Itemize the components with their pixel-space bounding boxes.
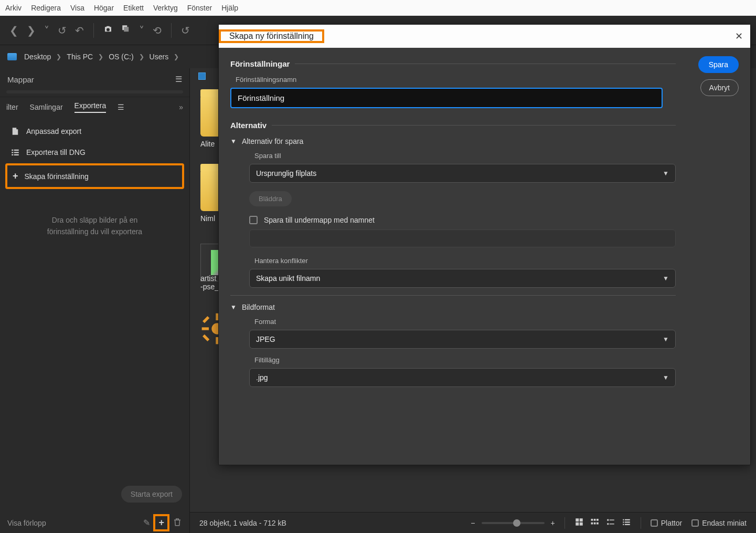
history-icon[interactable]: ↺ bbox=[56, 22, 69, 39]
preset-name-input[interactable] bbox=[230, 88, 663, 108]
svg-rect-20 bbox=[579, 522, 582, 525]
save-button[interactable]: Spara bbox=[698, 56, 739, 73]
svg-rect-6 bbox=[12, 154, 13, 155]
close-icon[interactable]: ✕ bbox=[727, 30, 750, 42]
pencil-icon[interactable]: ✎ bbox=[143, 518, 150, 528]
ext-label: Filtillägg bbox=[254, 356, 676, 364]
cancel-button[interactable]: Avbryt bbox=[700, 79, 739, 96]
plates-checkbox[interactable] bbox=[651, 519, 658, 527]
hamburger-icon[interactable]: ☰ bbox=[175, 75, 182, 84]
format-select[interactable]: JPEG ▼ bbox=[249, 330, 676, 349]
show-progress-label[interactable]: Visa förlopp bbox=[7, 519, 46, 527]
stack-svg-icon bbox=[121, 24, 131, 34]
add-preset-button[interactable]: + bbox=[153, 514, 169, 531]
export-custom[interactable]: Anpassad export bbox=[5, 121, 184, 141]
svg-rect-30 bbox=[609, 524, 614, 525]
crumb-users[interactable]: Users bbox=[150, 53, 169, 61]
hamburger-icon[interactable]: ☰ bbox=[118, 103, 124, 111]
drop-hint: Dra och släpp bilder på en förinställnin… bbox=[0, 193, 189, 259]
desktop-icon bbox=[7, 53, 17, 60]
export-dng[interactable]: Exportera till DNG bbox=[5, 142, 184, 162]
menu-arkiv[interactable]: Arkiv bbox=[5, 4, 22, 12]
svg-rect-25 bbox=[593, 522, 595, 524]
preset-name-label: Förinställningsnamn bbox=[236, 76, 676, 83]
svg-rect-18 bbox=[579, 518, 582, 521]
dialog-titlebar: Skapa ny förinställning ✕ bbox=[219, 25, 750, 48]
start-export-button[interactable]: Starta export bbox=[121, 486, 182, 503]
stack-icon[interactable] bbox=[119, 22, 133, 38]
svg-rect-31 bbox=[623, 519, 624, 520]
create-preset-dialog: Skapa ny förinställning ✕ Förinställning… bbox=[218, 24, 751, 465]
save-to-select[interactable]: Ursprunglig filplats ▼ bbox=[249, 164, 676, 183]
dialog-title: Skapa ny förinställning bbox=[221, 26, 322, 46]
thumbs-view-icon[interactable] bbox=[590, 517, 600, 529]
menubar: Arkiv Redigera Visa Högar Etikett Verkty… bbox=[0, 0, 756, 16]
svg-rect-21 bbox=[591, 519, 593, 521]
section-presets: Förinställningar bbox=[230, 59, 676, 68]
svg-rect-11 bbox=[202, 327, 209, 330]
thumbs-only-checkbox[interactable] bbox=[691, 519, 699, 527]
section-options: Alternativ bbox=[230, 121, 676, 130]
export-dng-label: Exportera till DNG bbox=[26, 148, 86, 156]
ext-select[interactable]: .jpg ▼ bbox=[249, 368, 676, 387]
forward-icon[interactable]: ❯ bbox=[25, 22, 38, 39]
svg-rect-36 bbox=[625, 524, 630, 525]
conflicts-select[interactable]: Skapa unikt filnamn ▼ bbox=[249, 269, 676, 288]
trash-icon[interactable] bbox=[173, 517, 182, 529]
refresh-icon[interactable]: ⟲ bbox=[151, 22, 164, 39]
list-icon bbox=[10, 148, 20, 157]
svg-rect-34 bbox=[625, 521, 630, 522]
camera-import-icon[interactable] bbox=[101, 22, 115, 38]
subfolder-checkbox[interactable] bbox=[249, 216, 258, 224]
crumb-osc[interactable]: OS (C:) bbox=[109, 53, 133, 61]
menu-fonster[interactable]: Fönster bbox=[187, 4, 212, 12]
format-label: Format bbox=[254, 318, 676, 326]
crumb-thispc[interactable]: This PC bbox=[67, 53, 93, 61]
menu-hogar[interactable]: Högar bbox=[94, 4, 114, 12]
subsection-save-options[interactable]: ▼ Alternativ för spara bbox=[230, 137, 676, 145]
create-preset[interactable]: + Skapa förinställning bbox=[5, 163, 184, 189]
zoom-in-icon[interactable]: + bbox=[551, 519, 555, 527]
tab-filter[interactable]: ilter bbox=[6, 103, 18, 111]
svg-rect-4 bbox=[12, 152, 13, 153]
scrollbar[interactable] bbox=[6, 90, 183, 93]
rotate-ccw-icon[interactable]: ↺ bbox=[179, 22, 192, 39]
menu-etikett[interactable]: Etikett bbox=[123, 4, 144, 12]
subsection-image-format[interactable]: ▼ Bildformat bbox=[230, 303, 676, 311]
menu-redigera[interactable]: Redigera bbox=[31, 4, 61, 12]
tab-export[interactable]: Exportera bbox=[74, 101, 107, 113]
camera-icon bbox=[103, 24, 113, 34]
boomerang-icon[interactable]: ↶ bbox=[73, 22, 86, 39]
conflicts-label: Hantera konflikter bbox=[254, 257, 676, 265]
thumbs-only-label: Endast miniat bbox=[702, 519, 747, 527]
chevron-down-icon: ▼ bbox=[663, 275, 669, 282]
back-icon[interactable]: ❮ bbox=[7, 22, 20, 39]
tab-collections[interactable]: Samlingar bbox=[30, 103, 63, 111]
svg-rect-26 bbox=[597, 522, 599, 524]
chevron-down-icon: ▼ bbox=[230, 138, 237, 145]
svg-rect-32 bbox=[625, 519, 630, 520]
zoom-out-icon[interactable]: − bbox=[471, 519, 475, 527]
svg-rect-7 bbox=[14, 154, 19, 155]
svg-rect-1 bbox=[124, 27, 129, 32]
chevron-down-icon: ▼ bbox=[663, 170, 669, 177]
more-icon[interactable]: » bbox=[179, 103, 183, 111]
list-view-icon[interactable] bbox=[622, 517, 631, 529]
crumb-desktop[interactable]: Desktop bbox=[24, 53, 51, 61]
chevron-right-icon: ❯ bbox=[56, 53, 61, 60]
export-custom-label: Anpassad export bbox=[26, 127, 81, 135]
subfolder-name-input bbox=[249, 229, 676, 247]
chevron-down-icon[interactable]: ˅ bbox=[42, 22, 51, 39]
chevron-down-icon-2[interactable]: ˅ bbox=[137, 22, 146, 39]
grid-view-icon[interactable] bbox=[574, 517, 584, 529]
zoom-slider[interactable] bbox=[482, 522, 545, 524]
save-to-label: Spara till bbox=[254, 152, 676, 160]
menu-verktyg[interactable]: Verktyg bbox=[153, 4, 178, 12]
menu-visa[interactable]: Visa bbox=[70, 4, 84, 12]
details-view-icon[interactable] bbox=[606, 517, 615, 529]
chevron-right-icon: ❯ bbox=[174, 53, 179, 60]
menu-hjalp[interactable]: Hjälp bbox=[221, 4, 238, 12]
select-all-checkbox[interactable] bbox=[198, 72, 206, 80]
export-icon bbox=[10, 127, 20, 136]
dialog-form: Förinställningar Förinställningsnamn Alt… bbox=[230, 56, 681, 456]
